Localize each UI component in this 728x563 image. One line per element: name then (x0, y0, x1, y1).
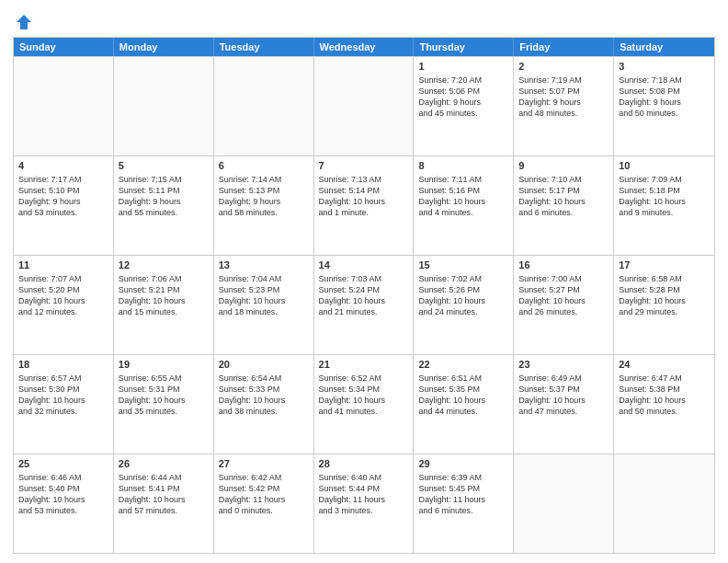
day-info: Sunrise: 7:11 AM Sunset: 5:16 PM Dayligh… (418, 174, 508, 219)
cal-cell: 20Sunrise: 6:54 AM Sunset: 5:33 PM Dayli… (214, 355, 314, 454)
day-number: 29 (418, 457, 508, 471)
logo (13, 13, 33, 31)
day-number: 17 (619, 259, 710, 272)
day-info: Sunrise: 7:02 AM Sunset: 5:26 PM Dayligh… (418, 273, 508, 318)
cal-cell: 1Sunrise: 7:20 AM Sunset: 5:06 PM Daylig… (414, 57, 514, 155)
cal-cell: 10Sunrise: 7:09 AM Sunset: 5:18 PM Dayli… (614, 156, 714, 255)
day-number: 26 (119, 457, 209, 471)
day-number: 19 (119, 358, 209, 372)
cal-cell: 18Sunrise: 6:57 AM Sunset: 5:30 PM Dayli… (14, 355, 114, 454)
day-number: 20 (219, 358, 309, 372)
day-header-friday: Friday (514, 38, 614, 56)
cal-cell (614, 454, 714, 553)
cal-cell: 27Sunrise: 6:42 AM Sunset: 5:42 PM Dayli… (214, 454, 314, 553)
cal-cell (314, 57, 415, 155)
week-row-5: 25Sunrise: 6:46 AM Sunset: 5:40 PM Dayli… (14, 454, 714, 553)
day-number: 27 (219, 457, 309, 471)
day-number: 11 (18, 259, 108, 272)
day-number: 9 (518, 159, 609, 173)
cal-cell: 25Sunrise: 6:46 AM Sunset: 5:40 PM Dayli… (14, 454, 114, 553)
day-number: 23 (518, 358, 609, 372)
cal-cell (514, 454, 614, 553)
day-info: Sunrise: 7:20 AM Sunset: 5:06 PM Dayligh… (418, 75, 508, 120)
day-info: Sunrise: 6:44 AM Sunset: 5:41 PM Dayligh… (119, 472, 209, 517)
day-info: Sunrise: 6:49 AM Sunset: 5:37 PM Dayligh… (518, 373, 609, 418)
day-info: Sunrise: 6:46 AM Sunset: 5:40 PM Dayligh… (18, 472, 108, 517)
day-header-thursday: Thursday (414, 38, 514, 56)
day-info: Sunrise: 7:13 AM Sunset: 5:14 PM Dayligh… (319, 174, 409, 219)
day-info: Sunrise: 7:15 AM Sunset: 5:11 PM Dayligh… (119, 174, 209, 219)
day-number: 24 (619, 358, 710, 372)
day-header-sunday: Sunday (14, 38, 114, 56)
day-info: Sunrise: 7:14 AM Sunset: 5:13 PM Dayligh… (219, 174, 309, 219)
day-info: Sunrise: 6:58 AM Sunset: 5:28 PM Dayligh… (619, 273, 710, 318)
cal-cell (14, 57, 114, 155)
day-info: Sunrise: 7:03 AM Sunset: 5:24 PM Dayligh… (319, 273, 409, 318)
day-info: Sunrise: 7:09 AM Sunset: 5:18 PM Dayligh… (619, 174, 710, 219)
day-number: 5 (119, 159, 209, 173)
cal-cell: 7Sunrise: 7:13 AM Sunset: 5:14 PM Daylig… (314, 156, 415, 255)
cal-cell: 16Sunrise: 7:00 AM Sunset: 5:27 PM Dayli… (514, 256, 614, 354)
calendar: SundayMondayTuesdayWednesdayThursdayFrid… (13, 37, 715, 554)
cal-cell: 17Sunrise: 6:58 AM Sunset: 5:28 PM Dayli… (614, 256, 714, 354)
cal-cell: 8Sunrise: 7:11 AM Sunset: 5:16 PM Daylig… (414, 156, 514, 255)
cal-cell: 19Sunrise: 6:55 AM Sunset: 5:31 PM Dayli… (114, 355, 214, 454)
cal-cell: 12Sunrise: 7:06 AM Sunset: 5:21 PM Dayli… (114, 256, 214, 354)
day-number: 22 (418, 358, 508, 372)
day-info: Sunrise: 6:55 AM Sunset: 5:31 PM Dayligh… (119, 373, 209, 418)
day-number: 13 (219, 259, 309, 272)
day-info: Sunrise: 7:00 AM Sunset: 5:27 PM Dayligh… (518, 273, 609, 318)
cal-cell: 9Sunrise: 7:10 AM Sunset: 5:17 PM Daylig… (514, 156, 614, 255)
calendar-header: SundayMondayTuesdayWednesdayThursdayFrid… (14, 38, 714, 56)
day-info: Sunrise: 7:06 AM Sunset: 5:21 PM Dayligh… (119, 273, 209, 318)
day-number: 14 (319, 259, 409, 272)
day-info: Sunrise: 6:52 AM Sunset: 5:34 PM Dayligh… (319, 373, 409, 418)
week-row-2: 4Sunrise: 7:17 AM Sunset: 5:10 PM Daylig… (14, 155, 714, 255)
cal-cell: 6Sunrise: 7:14 AM Sunset: 5:13 PM Daylig… (214, 156, 314, 255)
cal-cell (114, 57, 214, 155)
day-info: Sunrise: 6:40 AM Sunset: 5:44 PM Dayligh… (319, 472, 409, 517)
day-info: Sunrise: 7:10 AM Sunset: 5:17 PM Dayligh… (518, 174, 609, 219)
day-header-saturday: Saturday (614, 38, 714, 56)
day-number: 15 (418, 259, 508, 272)
day-number: 21 (319, 358, 409, 372)
cal-cell: 5Sunrise: 7:15 AM Sunset: 5:11 PM Daylig… (114, 156, 214, 255)
svg-marker-0 (17, 15, 31, 29)
day-info: Sunrise: 7:17 AM Sunset: 5:10 PM Dayligh… (18, 174, 108, 219)
day-number: 28 (319, 457, 409, 471)
day-header-monday: Monday (114, 38, 214, 56)
day-info: Sunrise: 6:57 AM Sunset: 5:30 PM Dayligh… (18, 373, 108, 418)
day-header-wednesday: Wednesday (314, 38, 415, 56)
day-number: 3 (619, 60, 710, 74)
day-number: 10 (619, 159, 710, 173)
day-info: Sunrise: 7:19 AM Sunset: 5:07 PM Dayligh… (518, 75, 609, 120)
cal-cell: 22Sunrise: 6:51 AM Sunset: 5:35 PM Dayli… (414, 355, 514, 454)
day-info: Sunrise: 7:07 AM Sunset: 5:20 PM Dayligh… (18, 273, 108, 318)
cal-cell: 2Sunrise: 7:19 AM Sunset: 5:07 PM Daylig… (514, 57, 614, 155)
week-row-3: 11Sunrise: 7:07 AM Sunset: 5:20 PM Dayli… (14, 255, 714, 354)
day-info: Sunrise: 6:54 AM Sunset: 5:33 PM Dayligh… (219, 373, 309, 418)
header (13, 9, 715, 31)
cal-cell: 28Sunrise: 6:40 AM Sunset: 5:44 PM Dayli… (314, 454, 415, 553)
day-number: 18 (18, 358, 108, 372)
day-number: 8 (418, 159, 508, 173)
logo-icon (15, 13, 33, 31)
cal-cell (214, 57, 314, 155)
day-number: 6 (219, 159, 309, 173)
day-info: Sunrise: 6:51 AM Sunset: 5:35 PM Dayligh… (418, 373, 508, 418)
cal-cell: 4Sunrise: 7:17 AM Sunset: 5:10 PM Daylig… (14, 156, 114, 255)
day-info: Sunrise: 6:47 AM Sunset: 5:38 PM Dayligh… (619, 373, 710, 418)
day-number: 7 (319, 159, 409, 173)
cal-cell: 23Sunrise: 6:49 AM Sunset: 5:37 PM Dayli… (514, 355, 614, 454)
cal-cell: 11Sunrise: 7:07 AM Sunset: 5:20 PM Dayli… (14, 256, 114, 354)
day-number: 16 (518, 259, 609, 272)
cal-cell: 13Sunrise: 7:04 AM Sunset: 5:23 PM Dayli… (214, 256, 314, 354)
week-row-1: 1Sunrise: 7:20 AM Sunset: 5:06 PM Daylig… (14, 56, 714, 155)
cal-cell: 21Sunrise: 6:52 AM Sunset: 5:34 PM Dayli… (314, 355, 415, 454)
day-number: 12 (119, 259, 209, 272)
cal-cell: 14Sunrise: 7:03 AM Sunset: 5:24 PM Dayli… (314, 256, 415, 354)
cal-cell: 3Sunrise: 7:18 AM Sunset: 5:08 PM Daylig… (614, 57, 714, 155)
day-info: Sunrise: 6:39 AM Sunset: 5:45 PM Dayligh… (418, 472, 508, 517)
day-info: Sunrise: 7:04 AM Sunset: 5:23 PM Dayligh… (219, 273, 309, 318)
week-row-4: 18Sunrise: 6:57 AM Sunset: 5:30 PM Dayli… (14, 354, 714, 454)
